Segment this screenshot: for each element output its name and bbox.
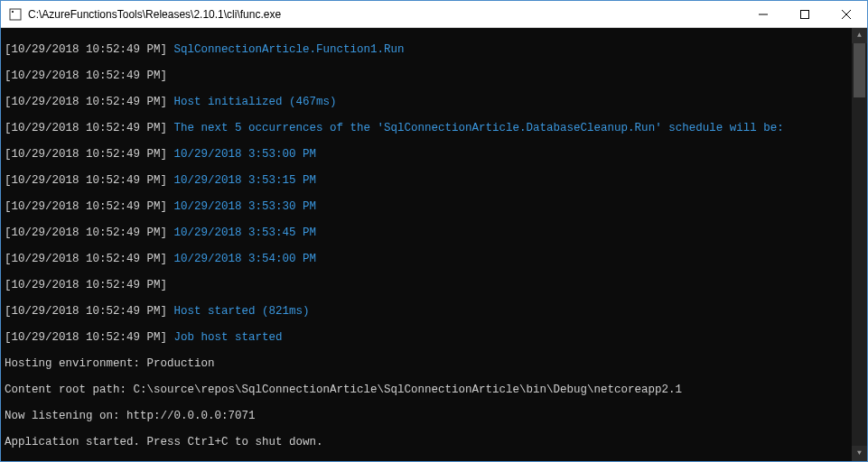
log-line: Hosting environment: Production — [5, 357, 863, 371]
console-output: [10/29/2018 10:52:49 PM] SqlConnectionAr… — [1, 28, 867, 461]
app-icon — [8, 7, 23, 22]
log-line: [10/29/2018 10:52:49 PM] 10/29/2018 3:53… — [5, 226, 863, 240]
minimize-button[interactable] — [742, 1, 784, 27]
log-line: [10/29/2018 10:52:49 PM] 10/29/2018 3:53… — [5, 174, 863, 188]
maximize-button[interactable] — [784, 1, 826, 27]
svg-rect-3 — [801, 10, 809, 18]
scrollbar-thumb[interactable] — [854, 43, 865, 97]
log-line: [10/29/2018 10:52:49 PM] — [5, 69, 863, 83]
log-line: Content root path: C:\source\repos\SqlCo… — [5, 383, 863, 397]
log-line: Now listening on: http://0.0.0.0:7071 — [5, 410, 863, 423]
log-line: [10/29/2018 10:52:49 PM] Host started (8… — [5, 305, 863, 319]
window-titlebar: C:\AzureFunctionsTools\Releases\2.10.1\c… — [1, 1, 867, 28]
close-button[interactable] — [826, 1, 867, 27]
svg-rect-0 — [10, 9, 21, 20]
log-line: [10/29/2018 10:52:49 PM] 10/29/2018 3:53… — [5, 148, 863, 162]
vertical-scrollbar[interactable]: ▲ ▼ — [852, 28, 867, 461]
log-line: [10/29/2018 10:52:49 PM] Host initialize… — [5, 96, 863, 109]
log-line: [10/29/2018 10:52:49 PM] The next 5 occu… — [5, 122, 863, 135]
log-line: [10/29/2018 10:52:49 PM] SqlConnectionAr… — [5, 43, 863, 57]
log-line: Application started. Press Ctrl+C to shu… — [5, 436, 863, 449]
svg-rect-1 — [12, 11, 14, 13]
log-line: [10/29/2018 10:52:49 PM] 10/29/2018 3:54… — [5, 253, 863, 266]
scroll-down-arrow-icon[interactable]: ▼ — [852, 446, 867, 461]
window-controls — [742, 1, 867, 27]
log-line: [10/29/2018 10:52:49 PM] — [5, 279, 863, 292]
log-line: [10/29/2018 10:52:49 PM] 10/29/2018 3:53… — [5, 200, 863, 214]
scroll-up-arrow-icon[interactable]: ▲ — [852, 28, 867, 43]
log-line: [10/29/2018 10:52:49 PM] Job host starte… — [5, 331, 863, 345]
window-title: C:\AzureFunctionsTools\Releases\2.10.1\c… — [28, 8, 742, 21]
scrollbar-track[interactable] — [852, 43, 867, 446]
